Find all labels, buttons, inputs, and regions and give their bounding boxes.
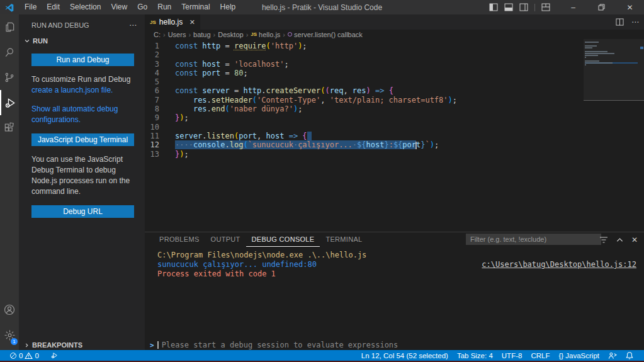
tab-hello-js[interactable]: JS hello.js ✕ xyxy=(145,14,200,30)
debug-console-input[interactable]: > Please start a debug session to evalua… xyxy=(145,340,644,350)
extensions-icon[interactable] xyxy=(0,115,19,140)
code-token: ${ xyxy=(357,140,366,149)
minimap-line xyxy=(585,45,638,47)
menu-file[interactable]: File xyxy=(20,0,42,14)
code-editor[interactable]: 1const http = require('http');23const ho… xyxy=(145,39,644,232)
panel-tab-output[interactable]: OUTPUT xyxy=(205,232,246,247)
tab-size[interactable]: Tab Size: 4 xyxy=(453,352,497,359)
eol[interactable]: CRLF xyxy=(526,352,554,359)
search-icon[interactable] xyxy=(0,40,19,65)
breadcrumb-label: C: xyxy=(154,31,161,38)
minimap-bar xyxy=(585,62,613,64)
code-token: console xyxy=(193,140,225,149)
minimize-button[interactable]: – xyxy=(559,0,587,14)
filter-input[interactable] xyxy=(466,234,601,245)
code-token: server xyxy=(175,132,202,140)
close-panel-icon[interactable]: ✕ xyxy=(631,235,638,244)
bottom-panel: PROBLEMSOUTPUTDEBUG CONSOLETERMINAL ✕ C:… xyxy=(145,232,644,350)
restore-button[interactable] xyxy=(587,0,616,14)
problems-status[interactable]: 0 0 xyxy=(5,352,43,359)
menu-help[interactable]: Help xyxy=(215,0,241,14)
accounts-icon[interactable] xyxy=(0,297,19,322)
code-line: 5 xyxy=(145,77,644,86)
code-line: 4const port = 80; xyxy=(145,69,644,77)
run-section-header[interactable]: RUN xyxy=(19,35,145,47)
show-debug-configs-link[interactable]: Show all automatic debug configurations. xyxy=(31,104,134,125)
encoding[interactable]: UTF-8 xyxy=(497,352,527,359)
menu-terminal[interactable]: Terminal xyxy=(176,0,215,14)
code-token: ; xyxy=(302,42,307,50)
notifications-bell-icon[interactable] xyxy=(621,351,638,359)
breadcrumb-separator: › xyxy=(163,31,166,38)
tab-close-icon[interactable]: ✕ xyxy=(189,18,195,26)
breadcrumb-item[interactable]: Desktop xyxy=(218,31,243,38)
menu-view[interactable]: View xyxy=(106,0,132,14)
minimap[interactable] xyxy=(585,42,638,66)
code-token: `sunucucuk xyxy=(248,140,293,149)
line-content: const port = 80; xyxy=(175,69,248,77)
tab-label: hello.js xyxy=(159,18,186,26)
sidebar-more-actions-icon[interactable]: ⋯ xyxy=(129,21,137,30)
minimap-line xyxy=(585,62,638,64)
console-chevron-icon: > xyxy=(150,341,154,349)
code-line: 9}); xyxy=(145,113,644,122)
line-content: res.setHeader('Content-Type', 'text/plai… xyxy=(175,96,457,105)
cursor-position[interactable]: Ln 12, Col 54 (52 selected) xyxy=(357,352,453,359)
menu-go[interactable]: Go xyxy=(132,0,152,14)
panel-tab-problems[interactable]: PROBLEMS xyxy=(154,232,205,247)
code-token xyxy=(175,105,193,113)
maximize-panel-icon[interactable] xyxy=(616,237,623,242)
minimap-line xyxy=(585,64,638,65)
errors-icon xyxy=(9,352,17,359)
run-and-debug-icon[interactable] xyxy=(0,90,19,115)
source-control-icon[interactable] xyxy=(0,65,19,90)
breadcrumb-item[interactable]: JShello.js xyxy=(251,31,280,38)
code-token: ; xyxy=(184,113,188,122)
toggle-sidebar-icon[interactable] xyxy=(489,3,498,11)
explorer-icon[interactable] xyxy=(0,14,19,40)
code-token: 'naber dünya?' xyxy=(230,105,293,113)
breadcrumb-item[interactable]: C: xyxy=(154,31,161,38)
code-line: 10 xyxy=(145,123,644,132)
line-number: 11 xyxy=(145,132,175,140)
run-and-debug-button[interactable]: Run and Debug xyxy=(31,54,134,66)
breakpoints-section-header[interactable]: BREAKPOINTS xyxy=(19,340,145,350)
code-token: createServer xyxy=(266,86,321,95)
minimap-line xyxy=(585,55,638,56)
feedback-icon[interactable] xyxy=(604,352,621,359)
console-source-link[interactable]: c:\Users\batug\Desktop\hello.js:12 xyxy=(482,260,636,269)
breadcrumb-item[interactable]: Users xyxy=(168,31,186,38)
title-bar: FileEditSelectionViewGoRunTerminalHelp h… xyxy=(0,0,644,14)
toggle-secondary-sidebar-icon[interactable] xyxy=(519,3,528,11)
line-content: const http = require('http'); xyxy=(175,42,307,50)
breadcrumb-item[interactable]: server.listen() callback xyxy=(288,31,363,38)
js-debug-terminal-button[interactable]: JavaScript Debug Terminal xyxy=(31,133,134,146)
error-count: 0 xyxy=(19,352,23,359)
line-content: }); xyxy=(175,150,189,159)
code-token: } xyxy=(421,140,425,149)
close-window-button[interactable]: ✕ xyxy=(616,0,644,14)
breadcrumb-item[interactable]: batug xyxy=(193,31,211,38)
toggle-panel-icon[interactable] xyxy=(504,3,513,11)
customize-layout-icon[interactable] xyxy=(541,3,550,11)
debug-url-button[interactable]: Debug URL xyxy=(31,205,134,218)
console-line: Process exited with code 1 xyxy=(157,269,636,279)
settings-gear-icon[interactable]: 1 xyxy=(0,322,19,348)
line-number: 5 xyxy=(145,77,175,86)
split-editor-icon[interactable] xyxy=(616,18,624,26)
editor-more-actions-icon[interactable]: ⋯ xyxy=(631,18,639,26)
breadcrumb-separator: › xyxy=(246,31,249,38)
debug-status-icon[interactable] xyxy=(46,351,63,359)
menu-selection[interactable]: Selection xyxy=(65,0,106,14)
menu-edit[interactable]: Edit xyxy=(42,0,65,14)
filter-icon[interactable] xyxy=(599,236,608,244)
code-token: const xyxy=(175,42,198,50)
overview-ruler xyxy=(640,39,644,232)
minimap-bar xyxy=(585,45,597,47)
create-launch-json-link[interactable]: create a launch.json file. xyxy=(31,86,113,94)
menu-run[interactable]: Run xyxy=(152,0,176,14)
warning-count: 0 xyxy=(35,352,38,359)
panel-tab-terminal[interactable]: TERMINAL xyxy=(320,232,368,247)
language-mode[interactable]: {} JavaScript xyxy=(554,352,604,359)
panel-tab-debug-console[interactable]: DEBUG CONSOLE xyxy=(246,232,320,247)
